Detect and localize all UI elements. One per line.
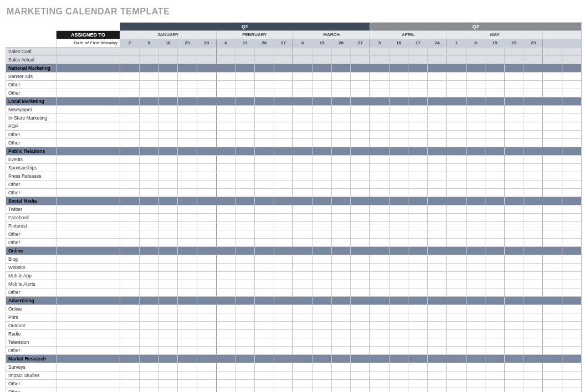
calendar-cell[interactable]: [139, 189, 158, 197]
calendar-cell[interactable]: [466, 363, 485, 372]
calendar-cell[interactable]: [447, 106, 466, 114]
calendar-cell[interactable]: [447, 164, 466, 172]
calendar-cell[interactable]: [504, 363, 524, 372]
calendar-cell[interactable]: [216, 338, 235, 347]
calendar-cell[interactable]: [120, 222, 140, 230]
calendar-cell[interactable]: [313, 230, 332, 239]
calendar-cell[interactable]: [485, 56, 505, 64]
calendar-cell[interactable]: [293, 122, 313, 131]
calendar-cell[interactable]: [235, 280, 255, 288]
calendar-cell[interactable]: [178, 48, 197, 56]
calendar-cell[interactable]: [389, 222, 408, 230]
calendar-cell[interactable]: [254, 330, 274, 338]
calendar-cell[interactable]: [120, 106, 140, 114]
calendar-cell[interactable]: [293, 264, 313, 272]
calendar-cell[interactable]: [562, 73, 581, 81]
calendar-cell[interactable]: [370, 122, 390, 131]
calendar-cell[interactable]: [351, 388, 370, 393]
calendar-cell[interactable]: [543, 131, 562, 139]
calendar-cell[interactable]: [331, 214, 351, 222]
calendar-cell[interactable]: [504, 322, 524, 330]
calendar-cell[interactable]: [351, 239, 370, 247]
calendar-cell[interactable]: [293, 372, 313, 380]
calendar-cell[interactable]: [562, 380, 581, 388]
calendar-cell[interactable]: [139, 156, 158, 164]
calendar-cell[interactable]: [120, 73, 140, 81]
calendar-cell[interactable]: [120, 164, 140, 172]
calendar-cell[interactable]: [428, 338, 447, 347]
calendar-table[interactable]: Q1Q2ASSIGNED TOJANUARYFEBRUARYMARCHAPRIL…: [6, 22, 582, 392]
calendar-cell[interactable]: [408, 280, 428, 288]
calendar-cell[interactable]: [466, 388, 485, 393]
calendar-cell[interactable]: [197, 214, 216, 222]
calendar-cell[interactable]: [543, 347, 562, 355]
calendar-cell[interactable]: [313, 255, 332, 264]
calendar-cell[interactable]: [485, 380, 505, 388]
calendar-cell[interactable]: [351, 363, 370, 372]
calendar-cell[interactable]: [197, 280, 216, 288]
calendar-cell[interactable]: [139, 172, 158, 180]
calendar-cell[interactable]: [351, 214, 370, 222]
calendar-cell[interactable]: [331, 205, 351, 214]
calendar-cell[interactable]: [389, 214, 408, 222]
calendar-cell[interactable]: [428, 264, 447, 272]
calendar-cell[interactable]: [274, 139, 293, 147]
calendar-cell[interactable]: [428, 322, 447, 330]
calendar-cell[interactable]: [504, 330, 524, 338]
assigned-cell[interactable]: [56, 205, 120, 214]
calendar-cell[interactable]: [428, 205, 447, 214]
calendar-cell[interactable]: [485, 264, 505, 272]
calendar-cell[interactable]: [504, 347, 524, 355]
calendar-cell[interactable]: [466, 205, 485, 214]
calendar-cell[interactable]: [254, 114, 274, 122]
calendar-cell[interactable]: [139, 272, 158, 280]
calendar-cell[interactable]: [543, 172, 562, 180]
calendar-cell[interactable]: [293, 280, 313, 288]
calendar-cell[interactable]: [216, 255, 235, 264]
assigned-cell[interactable]: [56, 230, 120, 239]
calendar-cell[interactable]: [178, 156, 197, 164]
calendar-cell[interactable]: [216, 205, 235, 214]
calendar-cell[interactable]: [216, 313, 235, 322]
calendar-cell[interactable]: [235, 372, 255, 380]
calendar-cell[interactable]: [447, 322, 466, 330]
calendar-cell[interactable]: [197, 114, 216, 122]
calendar-cell[interactable]: [254, 222, 274, 230]
calendar-cell[interactable]: [485, 347, 505, 355]
assigned-cell[interactable]: [56, 388, 120, 393]
calendar-cell[interactable]: [216, 305, 235, 313]
calendar-cell[interactable]: [543, 56, 562, 64]
assigned-cell[interactable]: [56, 272, 120, 280]
calendar-cell[interactable]: [504, 122, 524, 131]
calendar-cell[interactable]: [408, 330, 428, 338]
calendar-cell[interactable]: [370, 205, 390, 214]
calendar-cell[interactable]: [562, 81, 581, 89]
calendar-cell[interactable]: [331, 139, 351, 147]
calendar-cell[interactable]: [447, 89, 466, 97]
calendar-cell[interactable]: [274, 73, 293, 81]
calendar-cell[interactable]: [235, 347, 255, 355]
calendar-cell[interactable]: [139, 313, 158, 322]
calendar-cell[interactable]: [139, 372, 158, 380]
calendar-cell[interactable]: [120, 131, 140, 139]
calendar-cell[interactable]: [158, 338, 178, 347]
calendar-cell[interactable]: [274, 347, 293, 355]
calendar-cell[interactable]: [254, 180, 274, 189]
calendar-cell[interactable]: [351, 322, 370, 330]
calendar-cell[interactable]: [543, 156, 562, 164]
calendar-cell[interactable]: [313, 73, 332, 81]
calendar-cell[interactable]: [274, 338, 293, 347]
calendar-cell[interactable]: [370, 189, 390, 197]
calendar-cell[interactable]: [158, 347, 178, 355]
calendar-cell[interactable]: [274, 330, 293, 338]
calendar-cell[interactable]: [504, 139, 524, 147]
calendar-cell[interactable]: [447, 81, 466, 89]
calendar-cell[interactable]: [466, 255, 485, 264]
calendar-cell[interactable]: [447, 330, 466, 338]
calendar-cell[interactable]: [543, 189, 562, 197]
calendar-cell[interactable]: [543, 255, 562, 264]
calendar-cell[interactable]: [485, 205, 505, 214]
calendar-cell[interactable]: [408, 114, 428, 122]
calendar-cell[interactable]: [158, 305, 178, 313]
calendar-cell[interactable]: [331, 288, 351, 297]
